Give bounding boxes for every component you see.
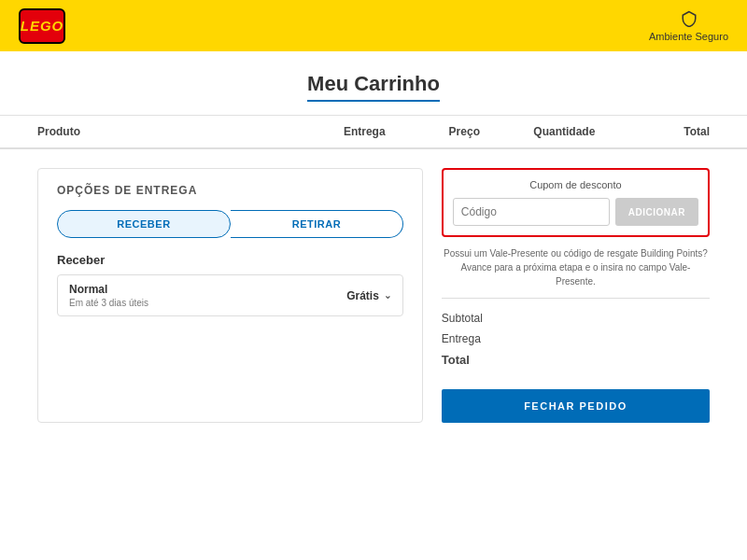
coupon-label: Cupom de desconto [453, 179, 698, 190]
entrega-row: Entrega [442, 329, 710, 349]
entrega-label: Entrega [442, 332, 481, 345]
col-quantity-header: Quantidade [510, 125, 619, 138]
main-content: Meu Carrinho Produto Entrega Preço Quant… [0, 51, 747, 560]
coupon-add-button[interactable]: ADICIONAR [615, 198, 698, 226]
coupon-input[interactable] [453, 198, 610, 226]
page-title-wrap: Meu Carrinho [0, 51, 747, 116]
checkout-button-wrap: FECHAR PEDIDO [442, 380, 710, 423]
delivery-option-info: Normal Em até 3 dias úteis [69, 283, 148, 308]
table-header: Produto Entrega Preço Quantidade Total [0, 116, 747, 148]
delivery-tabs: RECEBER RETIRAR [57, 210, 403, 238]
col-entrega-header: Entrega [310, 125, 419, 138]
order-summary-panel: Cupom de desconto ADICIONAR Possui um Va… [442, 168, 710, 423]
page-title: Meu Carrinho [307, 72, 440, 102]
delivery-days: Em até 3 dias úteis [69, 298, 148, 308]
subtotal-label: Subtotal [442, 312, 483, 325]
col-total-header: Total [619, 125, 710, 138]
lego-logo: LEGO [19, 8, 65, 44]
receber-label: Receber [57, 253, 403, 267]
total-label: Total [442, 353, 470, 367]
delivery-options-title: OPÇÕES DE ENTREGA [57, 184, 403, 197]
header: LEGO Ambiente Seguro [0, 0, 747, 51]
secure-environment: Ambiente Seguro [649, 10, 728, 42]
total-row: Total [442, 349, 710, 371]
delivery-price: Grátis ⌄ [346, 289, 391, 302]
vale-note: Possui um Vale-Presente ou código de res… [442, 246, 710, 288]
tab-retirar[interactable]: RETIRAR [231, 210, 403, 238]
col-preco-header: Preço [419, 125, 510, 138]
chevron-down-icon[interactable]: ⌄ [384, 290, 391, 301]
coupon-box: Cupom de desconto ADICIONAR [442, 168, 710, 237]
delivery-options-panel: OPÇÕES DE ENTREGA RECEBER RETIRAR Recebe… [37, 168, 423, 423]
coupon-input-row: ADICIONAR [453, 198, 698, 226]
delivery-option-normal: Normal Em até 3 dias úteis Grátis ⌄ [57, 274, 403, 316]
secure-label: Ambiente Seguro [649, 31, 728, 42]
delivery-price-value: Grátis [346, 289, 379, 302]
checkout-button[interactable]: FECHAR PEDIDO [442, 389, 710, 423]
tab-receber[interactable]: RECEBER [57, 210, 231, 238]
col-product-header: Produto [37, 125, 310, 138]
shield-icon [681, 10, 698, 29]
totals-section: Subtotal Entrega Total [442, 298, 710, 371]
subtotal-row: Subtotal [442, 308, 710, 329]
content-area: OPÇÕES DE ENTREGA RECEBER RETIRAR Recebe… [0, 149, 747, 441]
delivery-name: Normal [69, 283, 148, 296]
